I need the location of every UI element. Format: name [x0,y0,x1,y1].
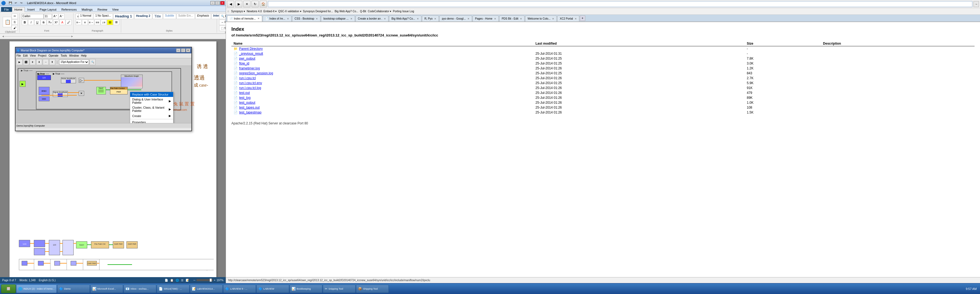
view-outline[interactable]: ☰ [181,279,183,282]
taskbar-item-labview2014[interactable]: 📝 LabVIEW2014... [190,285,223,293]
file-link[interactable]: regresSion_session.log [239,72,273,75]
tab-close-11[interactable]: ✕ [552,17,554,20]
tab-close-4[interactable]: ✕ [350,17,353,20]
font-size-input[interactable] [44,14,52,19]
format-painter-btn[interactable]: 🖌 [12,25,18,30]
shading-btn[interactable]: ▤ [107,20,113,25]
cut-btn[interactable]: ✂ [12,14,18,19]
tab-close-7[interactable]: ✕ [434,17,436,20]
view-full-screen[interactable]: 📋 [170,279,173,282]
subscript-btn[interactable]: X₂ [47,20,53,25]
tab-mailings[interactable]: Mailings [79,7,95,12]
stop-btn[interactable]: ✕ [243,1,250,7]
taskbar-item-labview8[interactable]: 🔷 LABVIEW 8 - ... [223,285,256,293]
font-color-btn[interactable]: A [59,20,65,25]
ctx-dialog-palette[interactable]: Dialog & User Interface Palette ▶ [130,97,173,105]
style-subtitle[interactable]: Subtitle [163,14,176,19]
font-name-input[interactable] [22,14,43,19]
style-no-spacing[interactable]: 1 No Spaci... [93,14,113,19]
taskbar-item-labview[interactable]: 🔷 LABVIEW [256,285,289,293]
taskbar-item-indux[interactable]: 🌐 INDUX (2) - Index of /remo... [16,285,57,293]
lv-menu-window[interactable]: Window [69,54,79,57]
ctx-properties[interactable]: Properties [130,120,173,123]
tab-references[interactable]: References [59,7,79,12]
borders-btn[interactable]: ⊞ [113,20,119,25]
underline-btn[interactable]: U [34,20,40,25]
bookmark-newtons[interactable]: Newtons 4.0 [247,10,262,13]
italic-btn[interactable]: I [28,20,34,25]
lv-menu-edit[interactable]: Edit [23,54,28,57]
taskbar-item-00514[interactable]: 📄 00514(7390) - ... [157,285,189,293]
bookmark-qbit[interactable]: Q-Bit [360,10,366,13]
lv-menu-help[interactable]: Help [81,54,87,57]
view-web-layout[interactable]: 🌐 [176,279,179,282]
forward-btn[interactable]: ▶ [235,1,242,7]
maximize-btn[interactable]: □ [215,1,220,5]
tab-close-1[interactable]: ✕ [258,17,260,20]
style-heading1[interactable]: Heading 1 [113,14,134,19]
tab-pages-home[interactable]: Pages - Home ✕ [473,16,499,22]
tab-view[interactable]: View [110,7,121,12]
style-normal[interactable]: 1 Normal [78,14,93,19]
bookmark-embed[interactable]: Embed-It ▾ [264,10,277,13]
back-btn[interactable]: ◀ [227,1,234,7]
tab-file[interactable]: File [1,7,12,12]
lv-menu-file[interactable]: File [17,54,21,57]
file-link[interactable]: test_tapestmap [239,111,261,114]
file-link[interactable]: test_tapes.out [239,106,259,110]
lv-run-btn[interactable]: ▶ [17,59,22,65]
tab-big-web-app[interactable]: Big Web App? Co... ✕ [389,16,422,22]
lv-step-into-btn[interactable]: ⬇ [36,59,42,65]
minimize-btn[interactable]: ─ [210,1,215,5]
new-tab-btn[interactable]: + [580,16,585,21]
lv-menu-operate[interactable]: Operate [48,54,58,57]
style-title[interactable]: Title [153,14,163,19]
file-link[interactable]: frametimer.log [239,67,260,70]
tab-bootstrap-collapse[interactable]: bootstrap collapse ... ✕ [321,16,355,22]
style-emphasis[interactable]: Emphasis [195,14,211,19]
justify-btn[interactable]: ≡≡ [94,20,100,25]
tab-page-layout[interactable]: Page Layout [37,7,59,12]
tab-pds-bit[interactable]: PDS Bit - Edit ✕ [499,16,525,22]
bookmark-synopsys2[interactable]: Synopsys Designed for... [303,10,333,13]
zoom-out-btn[interactable]: ─ [193,279,195,282]
view-print-layout[interactable]: 📄 [165,279,168,282]
tab-home[interactable]: Home [12,7,25,12]
taskbar-item-snipping[interactable]: ✂ Snipping Tool [323,285,356,293]
zoom-in-btn[interactable]: + [214,279,216,282]
highlight-btn[interactable]: 🖊 [65,20,72,25]
select-btn[interactable]: ⬚ Select ▾ [219,25,226,31]
replace-btn[interactable]: ↔ Replace [219,20,226,25]
bookmark-porting[interactable]: Porting Issue Log [393,10,414,13]
taskbar-item-inbox[interactable]: 📧 Inbox - exchau... [124,285,156,293]
lv-step-out-btn[interactable]: ⬆ [49,59,55,65]
file-link[interactable]: pwr_output [239,57,255,60]
taskbar-item-demo[interactable]: 🔷 Demo [57,285,90,293]
lv-search-btn[interactable]: 🔍 [89,59,95,65]
line-spacing-btn[interactable]: ↕≡ [101,20,107,25]
file-link[interactable]: run.l.cpu.tcl [239,76,256,80]
ctx-replace-case[interactable]: Replace with Case Structur [130,92,173,97]
lv-minimize[interactable]: ─ [176,48,180,52]
copy-btn[interactable]: ⎘ [12,19,18,25]
bookmark-bigwebapp[interactable]: Big Web App? Co... [334,10,358,13]
tab-close-12[interactable]: ✕ [575,17,577,20]
ctx-cluster-palette[interactable]: Cluster, Class, & Variant Palette ▶ [130,105,173,113]
file-link[interactable]: test_log [239,96,250,100]
tab-close-2[interactable]: ✕ [287,17,289,20]
font-shrink-btn[interactable]: A⁻ [59,14,65,19]
tab-close-10[interactable]: ✕ [520,17,522,20]
tab-r-pyo[interactable]: R, Pyo ✕ [422,16,439,22]
tab-create-border[interactable]: Create a border an . ✕ [356,16,389,22]
taskbar-item-bookkeeping[interactable]: 📊 Bookkeeping [290,285,322,293]
file-link[interactable]: run.l.cpu.tcl.log [239,86,261,90]
ctx-create[interactable]: Create ▶ [130,113,173,118]
tab-close-8[interactable]: ✕ [468,17,469,20]
tab-index-remote-active[interactable]: 📄 Index of /remote... ✕ [227,16,262,22]
tab-close-3[interactable]: ✕ [316,17,318,20]
tab-close-5[interactable]: ✕ [384,17,386,20]
lv-menu-view[interactable]: View [30,54,36,57]
undo-quick-btn[interactable]: ↩ [13,1,18,5]
align-right-btn[interactable]: ≡→ [88,20,94,25]
superscript-btn[interactable]: X² [53,20,59,25]
